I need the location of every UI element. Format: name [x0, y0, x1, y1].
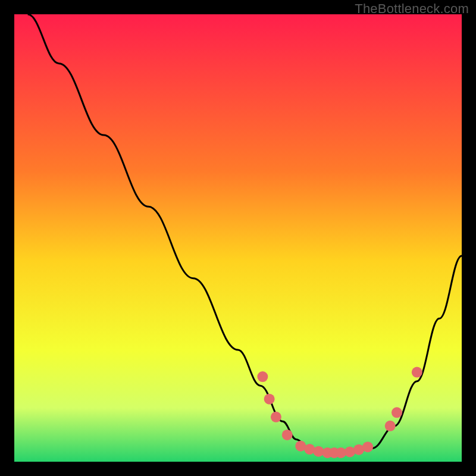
highlight-point: [264, 394, 275, 405]
highlight-point: [257, 371, 268, 382]
highlight-point: [282, 430, 293, 440]
highlight-point: [271, 412, 281, 422]
highlight-point: [362, 441, 373, 452]
gradient-background: [14, 14, 462, 462]
highlight-point: [304, 444, 315, 455]
watermark-text: TheBottleneck.com: [355, 1, 469, 17]
bottleneck-chart: [14, 14, 462, 462]
chart-frame: [14, 14, 462, 462]
highlight-point: [345, 446, 355, 457]
highlight-point: [313, 446, 324, 457]
highlight-point: [412, 367, 422, 378]
highlight-point: [385, 421, 396, 431]
highlight-point: [392, 407, 402, 418]
